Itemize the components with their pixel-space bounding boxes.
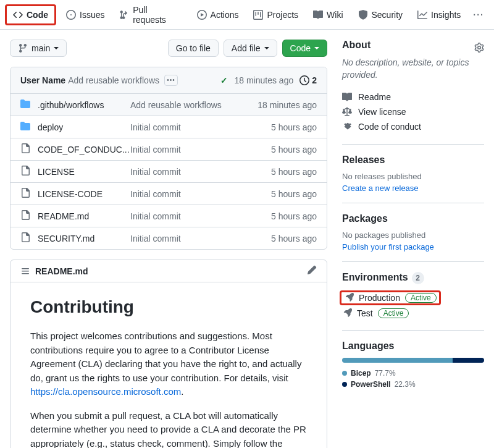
go-to-file-button[interactable]: Go to file	[168, 40, 219, 57]
caret-down-icon	[54, 47, 59, 49]
file-commit-time: 5 hours ago	[271, 211, 317, 221]
main-content: main Go to file Add file Code User Name …	[10, 40, 327, 448]
about-title: About	[342, 40, 371, 51]
tab-wiki[interactable]: Wiki	[306, 5, 350, 25]
readme-paragraph: When you submit a pull request, a CLA bo…	[30, 409, 307, 449]
tab-issues[interactable]: Issues	[59, 5, 112, 25]
tabs-overflow-menu[interactable]: ···	[468, 5, 489, 25]
tab-code[interactable]: Code	[5, 4, 56, 25]
languages-title: Languages	[342, 340, 484, 352]
pull-request-icon	[119, 10, 129, 20]
tab-issues-label: Issues	[80, 10, 104, 20]
file-name[interactable]: LICENSE	[38, 167, 130, 177]
caret-down-icon	[264, 47, 269, 49]
conduct-icon	[342, 122, 352, 132]
readme-header: README.md	[10, 260, 327, 282]
file-commit-message[interactable]: Initial commit	[130, 167, 271, 177]
about-settings-button[interactable]	[474, 43, 484, 54]
branch-select-button[interactable]: main	[10, 40, 67, 57]
commit-message[interactable]: Add reusable workflows	[68, 75, 159, 85]
tab-pull-requests[interactable]: Pull requests	[112, 0, 189, 30]
create-release-link[interactable]: Create a new release	[342, 184, 484, 193]
file-commit-message[interactable]: Initial commit	[130, 145, 271, 154]
code-of-conduct-sidebar-link[interactable]: Code of conduct	[342, 119, 484, 134]
file-row: LICENSE-CODEInitial commit5 hours ago	[10, 182, 327, 205]
commit-history-link[interactable]: 2	[299, 75, 317, 85]
file-row: SECURITY.mdInitial commit5 hours ago	[10, 227, 327, 249]
tab-projects-label: Projects	[267, 10, 298, 20]
file-commit-time: 5 hours ago	[271, 122, 317, 132]
list-icon	[20, 266, 30, 276]
packages-none: No packages published	[342, 230, 484, 240]
file-name[interactable]: LICENSE-CODE	[38, 189, 130, 199]
file-name[interactable]: SECURITY.md	[38, 234, 130, 243]
file-name[interactable]: deploy	[38, 122, 130, 132]
tab-actions-label: Actions	[211, 10, 239, 20]
readme-link[interactable]: Readme	[342, 90, 484, 104]
file-name[interactable]: CODE_OF_CONDUC...	[38, 145, 130, 154]
file-row: .github/workflowsAdd reusable workflows1…	[10, 94, 327, 116]
code-download-button[interactable]: Code	[282, 40, 327, 57]
edit-readme-button[interactable]	[307, 265, 317, 277]
file-icon	[20, 143, 30, 153]
readme-filename[interactable]: README.md	[35, 266, 88, 276]
add-file-button[interactable]: Add file	[224, 40, 277, 57]
file-commit-message[interactable]: Add reusable workflows	[130, 100, 257, 110]
file-row: README.mdInitial commit5 hours ago	[10, 205, 327, 227]
check-icon[interactable]: ✓	[220, 75, 228, 85]
file-commit-time: 5 hours ago	[271, 189, 317, 199]
file-commit-message[interactable]: Initial commit	[130, 189, 271, 199]
code-icon	[13, 10, 23, 20]
environments-title: Environments2	[342, 272, 484, 284]
pencil-icon	[307, 265, 317, 275]
about-section: About No description, website, or topics…	[342, 40, 484, 145]
file-name[interactable]: README.md	[38, 211, 130, 221]
sidebar: About No description, website, or topics…	[342, 40, 484, 411]
environment-test[interactable]: Test Active	[342, 306, 484, 320]
file-commit-time: 18 minutes ago	[257, 100, 317, 110]
publish-package-link[interactable]: Publish your first package	[342, 242, 484, 251]
license-link[interactable]: View license	[342, 104, 484, 119]
file-row: LICENSEInitial commit5 hours ago	[10, 160, 327, 182]
lang-segment-powershell	[453, 358, 484, 363]
file-commit-message[interactable]: Initial commit	[130, 234, 271, 243]
tab-security[interactable]: Security	[351, 5, 411, 25]
file-listing: User Name Add reusable workflows ••• ✓ 1…	[10, 67, 327, 250]
tab-insights[interactable]: Insights	[410, 5, 468, 25]
environment-production[interactable]: Production Active	[340, 290, 441, 305]
tab-code-label: Code	[27, 10, 48, 20]
file-commit-time: 5 hours ago	[271, 167, 317, 177]
law-icon	[342, 107, 352, 117]
tab-pulls-label: Pull requests	[133, 5, 182, 25]
tab-actions[interactable]: Actions	[190, 5, 246, 25]
readme-box: README.md Contributing This project welc…	[10, 260, 327, 448]
languages-section: Languages Bicep77.7% PowerShell22.3%	[342, 340, 484, 401]
packages-section: Packages No packages published Publish y…	[342, 213, 484, 262]
environments-section: Environments2 Production Active Test Act…	[342, 272, 484, 331]
latest-commit-bar: User Name Add reusable workflows ••• ✓ 1…	[10, 67, 327, 94]
releases-title: Releases	[342, 154, 484, 166]
active-badge: Active	[405, 293, 437, 303]
language-bicep[interactable]: Bicep77.7%	[342, 369, 484, 378]
file-commit-message[interactable]: Initial commit	[130, 122, 271, 132]
file-commit-time: 5 hours ago	[271, 234, 317, 243]
tab-security-label: Security	[372, 10, 403, 20]
packages-title: Packages	[342, 213, 484, 224]
cla-link[interactable]: https://cla.opensource.microsoft.com	[30, 386, 181, 397]
book-icon	[342, 92, 352, 102]
commit-time[interactable]: 18 minutes ago	[234, 75, 293, 85]
language-powershell[interactable]: PowerShell22.3%	[342, 380, 484, 389]
file-commit-message[interactable]: Initial commit	[130, 211, 271, 221]
file-name[interactable]: .github/workflows	[38, 100, 130, 110]
file-commit-time: 5 hours ago	[271, 145, 317, 154]
tab-projects[interactable]: Projects	[246, 5, 306, 25]
releases-section: Releases No releases published Create a …	[342, 154, 484, 203]
file-row: deployInitial commit5 hours ago	[10, 116, 327, 138]
commit-author[interactable]: User Name	[20, 75, 65, 85]
commit-detail-toggle[interactable]: •••	[164, 75, 178, 86]
languages-bar	[342, 358, 484, 363]
graph-icon	[417, 10, 427, 20]
lang-segment-bicep	[342, 358, 453, 363]
gear-icon	[474, 43, 484, 53]
file-row: CODE_OF_CONDUC...Initial commit5 hours a…	[10, 138, 327, 160]
